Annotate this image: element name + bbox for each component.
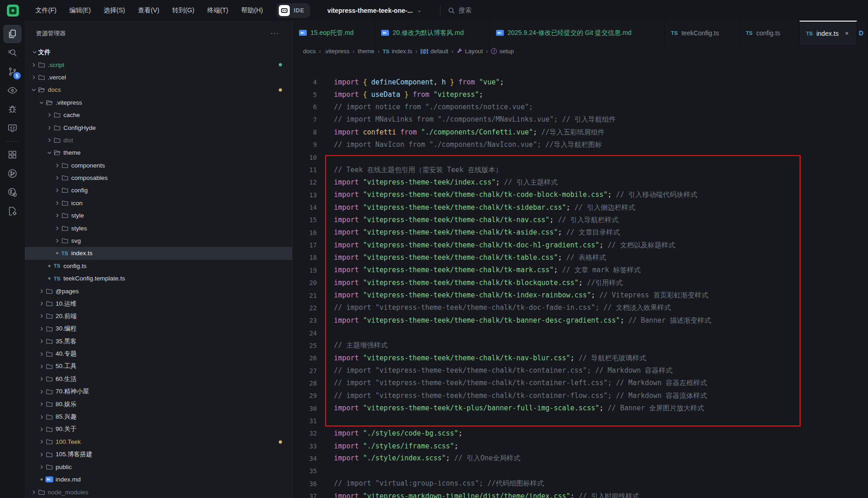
menu-item-4[interactable]: 查看(V) <box>131 4 166 17</box>
breadcrumb-item-index.ts[interactable]: TSindex.ts <box>383 48 412 55</box>
breadcrumb-item-docs[interactable]: docs <box>303 48 316 55</box>
code-line-10[interactable]: 10 <box>293 151 868 163</box>
tree-item-index.ts[interactable]: TSindex.ts <box>25 247 292 259</box>
tree-item-cache[interactable]: cache <box>25 109 292 121</box>
code-line-32[interactable]: 32import "./styles/code-bg.scss"; <box>293 427 868 440</box>
tree-item-theme[interactable]: theme <box>25 146 292 159</box>
code-line-16[interactable]: 16import "vitepress-theme-teek/theme-cha… <box>293 226 868 239</box>
code-line-27[interactable]: 27// import "vitepress-theme-teek/theme-… <box>293 364 868 377</box>
tree-item-styles[interactable]: styles <box>25 222 292 234</box>
code-line-20[interactable]: 20import "vitepress-theme-teek/theme-cha… <box>293 277 868 289</box>
code-line-19[interactable]: 19import "vitepress-theme-teek/theme-cha… <box>293 264 868 276</box>
search-icon[interactable] <box>3 44 22 62</box>
more-actions-icon[interactable]: ··· <box>271 31 279 36</box>
tree-item-70.精神小屋[interactable]: 70.精神小屋 <box>25 386 292 398</box>
code-line-26[interactable]: 26import "vitepress-theme-teek/theme-cha… <box>293 352 868 364</box>
menu-item-2[interactable]: 编辑(E) <box>63 4 97 17</box>
circle-branch-account-icon[interactable] <box>3 183 22 201</box>
tree-item-10.运维[interactable]: 10.运维 <box>25 297 292 310</box>
tree-item-config.ts[interactable]: TSconfig.ts <box>25 260 292 272</box>
tree-item-105.博客搭建[interactable]: 105.博客搭建 <box>25 448 292 461</box>
tree-item-.vitepress[interactable]: .vitepress <box>25 96 292 109</box>
code-line-13[interactable]: 13import "vitepress-theme-teek/theme-cha… <box>293 189 868 201</box>
tree-item-20.前端[interactable]: 20.前端 <box>25 310 292 322</box>
tab-D[interactable]: D <box>857 21 867 45</box>
menu-item-1[interactable]: 文件(F) <box>29 4 63 17</box>
tree-item-30.编程[interactable]: 30.编程 <box>25 323 292 335</box>
code-editor[interactable]: 4import { defineComponent, h } from "vue… <box>293 76 868 498</box>
breadcrumb-item-theme[interactable]: theme <box>358 48 374 55</box>
tree-item-50.工具[interactable]: 50.工具 <box>25 360 292 373</box>
circle-branch-icon[interactable] <box>3 164 22 183</box>
code-line-35[interactable]: 35 <box>293 465 868 477</box>
tree-item-components[interactable]: components <box>25 159 292 172</box>
code-line-33[interactable]: 33import "./styles/iframe.scss"; <box>293 440 868 452</box>
code-line-23[interactable]: 23import "vitepress-theme-teek/theme-cha… <box>293 314 868 327</box>
breadcrumb-item-default[interactable]: [@]default <box>421 48 448 55</box>
extensions-grid-icon[interactable] <box>3 145 22 164</box>
tree-item-60.生活[interactable]: 60.生活 <box>25 373 292 385</box>
menu-item-6[interactable]: 终端(T) <box>201 4 235 17</box>
code-line-25[interactable]: 25// 主题增强样式 <box>293 339 868 352</box>
menu-item-7[interactable]: 帮助(H) <box>235 4 269 17</box>
code-line-12[interactable]: 12import "vitepress-theme-teek/index.css… <box>293 176 868 189</box>
tree-item-node_modules[interactable]: node_modules <box>25 486 292 498</box>
tree-item-35.黑客[interactable]: 35.黑客 <box>25 335 292 347</box>
menu-item-5[interactable]: 转到(G) <box>166 4 201 17</box>
tab-2025.9.24-修改已经提交的 Git 提交信息.md[interactable]: M↓2025.9.24-修改已经提交的 Git 提交信息.md <box>490 21 665 45</box>
tree-item-.script[interactable]: .script <box>25 58 292 71</box>
code-line-15[interactable]: 15import "vitepress-theme-teek/theme-cha… <box>293 214 868 226</box>
tree-item-icon[interactable]: icon <box>25 197 292 209</box>
breadcrumb-item-setup[interactable]: fsetup <box>491 48 514 55</box>
tree-item-docs[interactable]: docs <box>25 84 292 96</box>
close-tab-icon[interactable]: × <box>845 30 849 37</box>
code-line-17[interactable]: 17import "vitepress-theme-teek/theme-cha… <box>293 239 868 251</box>
code-line-37[interactable]: 37import "vitepress-markdown-timeline/di… <box>293 490 868 498</box>
breadcrumb-item-.vitepress[interactable]: .vitepress <box>324 48 349 55</box>
file-settings-icon[interactable] <box>3 202 22 220</box>
code-line-11[interactable]: 11// Teek 在线主题包引用（需安装 Teek 在线版本） <box>293 163 868 176</box>
tree-item-index.md[interactable]: M↓index.md <box>25 473 292 486</box>
global-search[interactable]: 搜索 <box>448 6 472 15</box>
code-line-7[interactable]: 7// import MNavLinks from "./components/… <box>293 113 868 126</box>
tab-teekConfig.ts[interactable]: TSteekConfig.ts <box>665 21 739 45</box>
tree-item-90.关于[interactable]: 90.关于 <box>25 423 292 436</box>
code-line-28[interactable]: 28// import "vitepress-theme-teek/theme-… <box>293 377 868 389</box>
tab-config.ts[interactable]: TSconfig.ts <box>739 21 800 45</box>
tree-item-ConfigHyde[interactable]: ConfigHyde <box>25 121 292 134</box>
tree-item-100.Teek[interactable]: 100.Teek <box>25 436 292 448</box>
tree-item-@pages[interactable]: @pages <box>25 285 292 297</box>
tab-15.eop托管.md[interactable]: M↓15.eop托管.md <box>293 21 375 45</box>
chevron-down-icon[interactable]: ⌄ <box>417 7 422 13</box>
code-line-9[interactable]: 9// import NavIcon from "./components/Na… <box>293 139 868 151</box>
tree-item-40.专题[interactable]: 40.专题 <box>25 347 292 360</box>
tree-item-public[interactable]: public <box>25 461 292 473</box>
tree-item-80.娱乐[interactable]: 80.娱乐 <box>25 398 292 410</box>
code-line-6[interactable]: 6// import notice from "./components/not… <box>293 101 868 113</box>
tree-item-style[interactable]: style <box>25 209 292 222</box>
tab-index.ts[interactable]: TSindex.ts× <box>800 21 857 45</box>
code-line-22[interactable]: 22// import "vitepress-theme-teek/theme-… <box>293 302 868 314</box>
code-line-14[interactable]: 14import "vitepress-theme-teek/theme-cha… <box>293 201 868 213</box>
tree-item-config[interactable]: config <box>25 184 292 196</box>
tree-item-dist[interactable]: dist <box>25 134 292 146</box>
code-line-8[interactable]: 8import confetti from "./components/Conf… <box>293 126 868 138</box>
code-line-30[interactable]: 30import "vitepress-theme-teek/tk-plus/b… <box>293 402 868 414</box>
code-line-36[interactable]: 36// import "virtual:group-icons.css"; /… <box>293 477 868 490</box>
explorer-icon[interactable] <box>3 25 22 43</box>
remote-screen-icon[interactable] <box>3 119 22 137</box>
debug-icon[interactable] <box>3 100 22 118</box>
tree-item-svg[interactable]: svg <box>25 235 292 247</box>
tab-20.修改为默认博客风.md[interactable]: M↓20.修改为默认博客风.md <box>375 21 490 45</box>
code-line-24[interactable]: 24 <box>293 327 868 339</box>
tree-item-85.兴趣[interactable]: 85.兴趣 <box>25 410 292 423</box>
code-line-31[interactable]: 31 <box>293 414 868 427</box>
code-line-4[interactable]: 4import { defineComponent, h } from "vue… <box>293 76 868 88</box>
tree-section-files[interactable]: 文件 <box>25 46 292 58</box>
tree-item-.vercel[interactable]: .vercel <box>25 71 292 84</box>
window-title[interactable]: vitepress-theme-teek-one-... <box>327 7 413 14</box>
code-line-21[interactable]: 21import "vitepress-theme-teek/theme-cha… <box>293 289 868 302</box>
code-line-5[interactable]: 5import { useData } from "vitepress"; <box>293 88 868 101</box>
menu-item-3[interactable]: 选择(S) <box>97 4 132 17</box>
code-line-34[interactable]: 34import "./style/index.scss"; // 引入One全… <box>293 452 868 464</box>
